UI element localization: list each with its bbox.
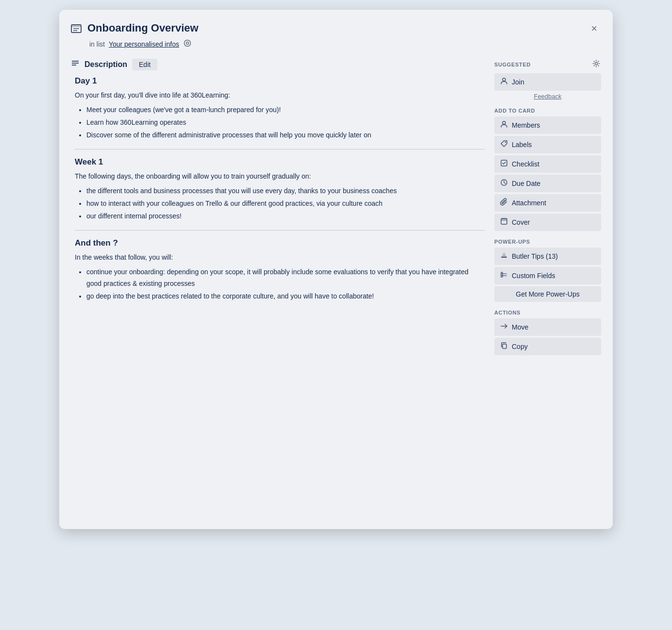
cover-icon: [500, 217, 508, 227]
labels-icon: [500, 140, 508, 149]
custom-fields-icon: [500, 271, 508, 281]
svg-point-4: [184, 40, 190, 47]
week1-bullets: the different tools and business process…: [75, 185, 485, 222]
due-date-button[interactable]: Due Date: [494, 175, 601, 192]
list-link[interactable]: Your personalised infos: [109, 40, 179, 48]
svg-rect-22: [503, 344, 506, 348]
feedback-button[interactable]: Feedback: [494, 93, 601, 100]
list-item: the different tools and business process…: [86, 185, 485, 197]
move-button[interactable]: Move: [494, 318, 601, 336]
cover-button[interactable]: Cover: [494, 214, 601, 231]
due-date-icon: [500, 179, 508, 188]
week1-heading: Week 1: [75, 157, 485, 167]
labels-button[interactable]: Labels: [494, 136, 601, 153]
svg-rect-19: [501, 275, 507, 276]
description-icon: [71, 59, 80, 70]
checklist-icon: [500, 159, 508, 169]
list-item: Meet your colleagues (we've got a team-l…: [86, 104, 485, 116]
day1-bullets: Meet your colleagues (we've got a team-l…: [75, 104, 485, 141]
andthen-bullets: continue your onboarding: depending on y…: [75, 266, 485, 302]
description-title: Description: [84, 60, 127, 69]
svg-point-11: [503, 121, 505, 124]
svg-point-9: [595, 63, 598, 65]
svg-point-12: [505, 142, 506, 143]
suggested-label: SUGGESTED: [494, 59, 601, 70]
actions-label: ACTIONS: [494, 310, 601, 315]
section-divider: [75, 149, 485, 149]
list-item: Learn how 360Learning operates: [86, 117, 485, 129]
andthen-intro: In the weeks that follow, you will:: [75, 252, 485, 263]
move-icon: [500, 322, 508, 332]
svg-point-10: [503, 78, 505, 81]
card-modal: Onboarding Overview × in list Your perso…: [59, 10, 613, 529]
svg-rect-18: [501, 273, 507, 274]
gear-button[interactable]: [591, 59, 601, 70]
person-icon: [500, 77, 508, 87]
members-icon: [500, 120, 508, 130]
svg-point-5: [186, 42, 188, 45]
copy-button[interactable]: Copy: [494, 338, 601, 355]
modal-body: Description Edit Day 1 On your first day…: [71, 59, 601, 517]
section-divider: [75, 230, 485, 231]
day1-intro: On your first day, you'll dive into life…: [75, 90, 485, 100]
andthen-heading: And then ?: [75, 238, 485, 248]
butler-icon: [500, 251, 508, 261]
svg-rect-20: [501, 272, 503, 277]
content-area: Day 1 On your first day, you'll dive int…: [71, 76, 485, 302]
list-item: continue your onboarding: depending on y…: [86, 266, 485, 290]
watch-icon[interactable]: [183, 39, 192, 49]
subtitle-prefix: in list: [89, 40, 105, 48]
card-title: Onboarding Overview: [87, 21, 199, 35]
sidebar: SUGGESTED Join Feedback: [494, 59, 601, 517]
card-type-icon: [71, 23, 82, 36]
attachment-icon: [500, 198, 508, 208]
main-content: Description Edit Day 1 On your first day…: [71, 59, 485, 517]
butler-button[interactable]: Butler Tips (13): [494, 248, 601, 265]
join-button[interactable]: Join: [494, 73, 601, 91]
day1-heading: Day 1: [75, 76, 485, 86]
power-ups-label: POWER-UPS: [494, 239, 601, 245]
edit-button[interactable]: Edit: [132, 59, 157, 70]
week1-intro: The following days, the onboarding will …: [75, 171, 485, 182]
get-more-button[interactable]: Get More Power-Ups: [494, 286, 601, 302]
svg-rect-16: [501, 218, 507, 221]
list-item: our different internal processes!: [86, 211, 485, 222]
list-item: Discover some of the different administr…: [86, 130, 485, 141]
list-item: how to interact with your colleagues on …: [86, 198, 485, 210]
modal-header: Onboarding Overview ×: [71, 21, 601, 36]
list-item: go deep into the best practices related …: [86, 291, 485, 302]
svg-rect-1: [71, 25, 81, 27]
add-to-card-label: ADD TO CARD: [494, 108, 601, 114]
description-header: Description Edit: [71, 59, 485, 70]
checklist-button[interactable]: Checklist: [494, 155, 601, 173]
members-button[interactable]: Members: [494, 116, 601, 134]
title-area: Onboarding Overview: [71, 21, 581, 36]
copy-icon: [500, 342, 508, 351]
attachment-button[interactable]: Attachment: [494, 194, 601, 212]
close-button[interactable]: ×: [587, 21, 601, 36]
custom-fields-button[interactable]: Custom Fields: [494, 267, 601, 284]
card-subtitle: in list Your personalised infos: [89, 39, 601, 49]
